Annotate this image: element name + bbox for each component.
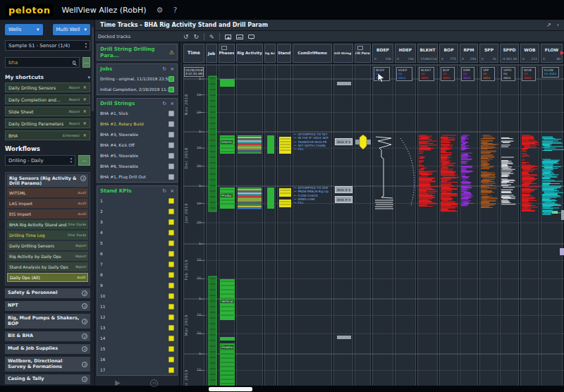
rig-sensors-header[interactable]: Rig Sensors (Rig Activity & Drill Params… [7,174,88,187]
checkbox[interactable] [168,132,174,137]
checkbox-checked[interactable] [168,314,174,320]
refresh-icon[interactable]: ↻ [194,33,200,40]
track-header-phases[interactable]: Phases [219,44,235,63]
info-icon[interactable]: i [82,362,87,367]
drill-string-item[interactable]: BHA #1, Slick [97,108,177,118]
stand-kpi-item[interactable]: 16 [97,354,177,365]
track-lane-rig-act[interactable] [264,65,276,392]
drill-string-item[interactable]: BHA #6, Steerable [97,161,177,171]
track-header-stand[interactable]: Stand [277,44,291,63]
stepper-icon[interactable]: ▴ ▾ [70,157,72,164]
track-lane-sppd[interactable] [500,65,519,392]
checkbox[interactable] [168,111,174,116]
checkbox-checked[interactable] [168,262,174,267]
track-lane-blkht[interactable] [417,65,438,392]
stepper-down-icon[interactable]: ▾ [85,46,87,49]
track-header-hdep[interactable]: HDEP020k [395,44,416,63]
track-header-spp[interactable]: SPP05k [479,44,498,63]
taskbar-handle[interactable] [209,387,252,391]
workflow-item[interactable]: LAS ImportAudit [7,199,88,208]
track-lane-drill-param[interactable] [355,65,371,392]
checkbox-checked[interactable] [168,209,174,214]
checkbox-checked[interactable] [168,219,174,225]
stand-kpi-item[interactable]: 4 [97,227,177,238]
info-icon[interactable]: i [82,290,87,296]
workflow-item[interactable]: Rig Activity by Daily OpsReport [7,252,88,261]
track-lane-wob[interactable] [520,65,539,392]
checkbox-checked[interactable] [168,230,174,235]
remove-icon[interactable]: × [82,85,87,90]
card-view-icon[interactable] [236,35,243,39]
track-header-bop[interactable]: BOP0775 [439,44,458,63]
checkbox-checked[interactable] [168,346,174,352]
checkbox[interactable] [168,164,174,169]
track-lane-drill-string[interactable] [333,65,353,392]
stepper-down-icon[interactable]: ▾ [70,161,72,164]
shortcut-item[interactable]: Slide SheetReport× [5,106,90,116]
stand-kpi-item[interactable]: 17 [97,365,177,375]
multi-well-dropdown[interactable]: Multi Well ▾ [53,24,91,35]
track-lane-memo[interactable] [293,65,332,392]
drill-param-card[interactable]: Drill String Drilling Para... ⚠ [97,44,178,61]
track-header-bdep[interactable]: BDEP020k [372,44,393,63]
stand-kpi-item[interactable]: 14 [97,333,177,343]
track-header-rig-activity[interactable]: Rig Activity [236,44,263,63]
play-icon[interactable]: ▶ [115,379,121,386]
sidebar-section[interactable]: Wellbore, Directional Survey & Formation… [5,357,90,372]
checkbox-checked[interactable] [168,336,174,341]
close-icon[interactable]: × [170,101,174,106]
checkbox[interactable] [168,153,174,159]
track-lane-bop[interactable] [439,65,458,392]
track-lane-rig-activity[interactable] [236,65,263,392]
checkbox-checked[interactable] [168,76,174,82]
stand-kpi-item[interactable]: 11 [97,301,177,312]
stand-kpi-item[interactable]: 12 [97,312,177,322]
shortcut-item[interactable]: Daily Completion and...Report× [5,94,90,104]
checkbox-checked[interactable] [168,283,174,288]
remove-icon[interactable]: × [82,97,87,102]
sync-icon[interactable]: ↻ [162,188,166,194]
stand-kpi-item[interactable]: 13 [97,322,177,333]
track-lane-stand[interactable] [277,65,291,392]
checkbox-checked[interactable] [168,325,174,331]
collapse-chevron-icon[interactable]: ▾ [87,75,90,80]
info-icon[interactable]: i [82,303,87,309]
workflow-select[interactable]: Drilling - Daily ▴ ▾ [5,155,75,166]
workflow-options-button[interactable]: ... [78,155,90,166]
settings-gear-icon[interactable]: ⚙ [157,6,164,15]
checkbox-checked[interactable] [168,198,174,204]
track-header-rig-act[interactable]: Rig Act [264,44,276,63]
drill-string-item[interactable]: BHA #2, Rotary Build [97,118,177,129]
sensor-select[interactable]: Sample S1 - Sensor (1/4) ▴ ▾ [5,40,90,51]
stand-kpi-item[interactable]: 15 [97,343,177,354]
track-header-flow[interactable]: FLOW080 [541,44,563,63]
track-header-sppd[interactable]: SPPD-4.341.34 [500,44,519,63]
shortcuts-header[interactable]: My shortcuts ▾ [5,74,90,80]
info-icon[interactable]: i [82,333,87,339]
stand-kpi-item[interactable]: 8 [97,269,177,280]
image-icon[interactable] [225,35,231,39]
drill-string-item[interactable]: BHA #3, Steerable [97,129,177,140]
stand-kpi-item[interactable]: 5 [97,238,177,248]
track-lane-flow[interactable] [541,65,563,392]
track-header-memo[interactable]: ComDrlMemo [293,44,332,63]
track-header-drill-string[interactable]: Drill String - [333,44,353,63]
drill-string-item[interactable]: BHA #1, Plug Drill Out [97,171,177,182]
shortcut-item[interactable]: Daily Drilling SensorsReport× [5,82,90,92]
stand-kpi-item[interactable]: 2 [97,206,177,216]
stand-kpi-item[interactable]: 10 [97,290,177,301]
workflow-item[interactable]: Daily Drilling SensorsReport [7,241,88,250]
stepper-icon[interactable]: ▴ ▾ [85,42,87,49]
checkbox-checked[interactable] [168,357,174,362]
checkbox-checked[interactable] [168,87,174,92]
info-icon[interactable]: i [82,376,87,382]
sync-icon[interactable]: ↻ [162,101,166,106]
remove-icon[interactable]: × [82,133,87,138]
close-icon[interactable]: × [170,66,174,72]
sidebar-section[interactable]: Rig, Mud Pumps & Shakers, BOPi [5,314,90,329]
job-item[interactable]: Drilling - original, 11/1/2018 22:54 [97,73,177,84]
checkbox[interactable] [168,121,174,127]
remove-icon[interactable]: × [82,109,87,114]
workflow-item[interactable]: Daily Ops (All)Audit [7,273,88,282]
track-header-blkht[interactable]: BLKHT-15(80)110 [417,44,438,63]
